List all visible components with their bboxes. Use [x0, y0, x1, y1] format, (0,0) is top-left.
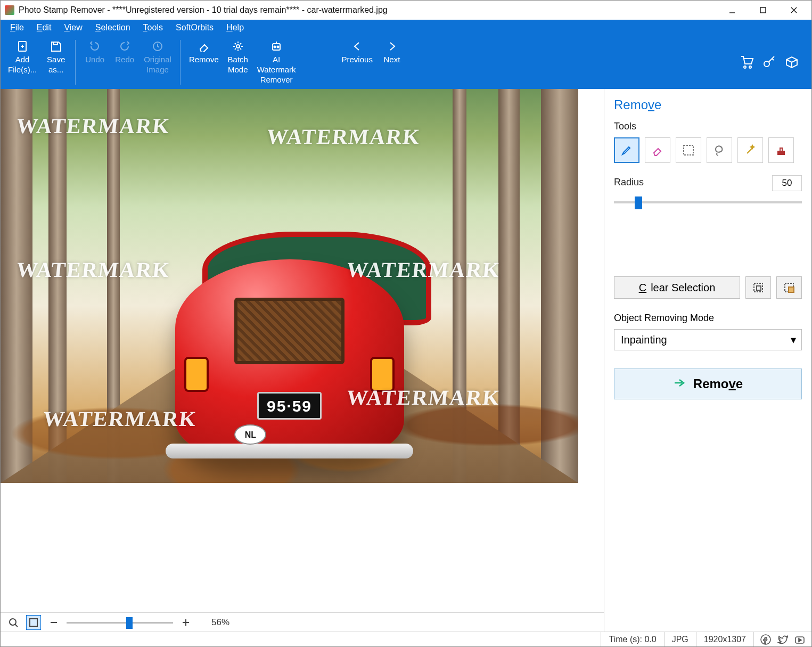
menu-view[interactable]: View — [59, 21, 87, 34]
twitter-icon[interactable] — [777, 634, 788, 645]
menu-help[interactable]: Help — [221, 21, 249, 34]
panel-title: Remove — [614, 97, 802, 112]
chevron-down-icon: ▾ — [791, 333, 796, 346]
svg-point-9 — [236, 45, 240, 48]
history-icon — [151, 40, 164, 53]
load-selection-button[interactable] — [776, 276, 802, 299]
add-file-icon — [16, 40, 29, 53]
watermark-text: WATERMARK — [346, 259, 502, 281]
svg-line-18 — [15, 624, 18, 627]
key-icon[interactable] — [762, 55, 776, 69]
zoom-fit-button[interactable] — [26, 615, 41, 630]
zoom-in-button[interactable] — [178, 615, 193, 630]
menu-edit[interactable]: Edit — [31, 21, 57, 34]
zoom-percent: 56% — [211, 617, 229, 628]
titlebar: Photo Stamp Remover - ****Unregistered v… — [1, 1, 811, 20]
minimize-button[interactable] — [717, 1, 748, 20]
watermark-text: WATERMARK — [15, 259, 171, 281]
cart-icon[interactable] — [740, 55, 754, 69]
radius-input[interactable] — [772, 175, 802, 191]
watermark-text: WATERMARK — [42, 408, 198, 430]
tool-lasso[interactable] — [707, 137, 732, 163]
arrow-right-icon — [673, 378, 686, 390]
menu-file[interactable]: File — [5, 21, 29, 34]
previous-button[interactable]: Previous — [338, 37, 377, 68]
undo-button: Undo — [80, 37, 110, 68]
eraser-icon — [198, 40, 210, 53]
svg-marker-30 — [799, 638, 801, 642]
radius-slider[interactable] — [614, 196, 802, 207]
status-format: JPG — [664, 632, 696, 646]
svg-point-14 — [744, 66, 746, 68]
svg-rect-23 — [684, 145, 693, 155]
ribbon-toolbar: AddFile(s)... Saveas... Undo Redo Origin… — [1, 36, 811, 89]
svg-point-12 — [277, 46, 279, 48]
mode-label: Object Removing Mode — [614, 313, 802, 324]
image-canvas[interactable]: 95·59 NL WATERMARK WATERMARK WATERMARK W… — [1, 89, 604, 612]
mode-dropdown[interactable]: Inpainting ▾ — [614, 329, 802, 350]
redo-button: Redo — [110, 37, 140, 68]
save-as-button[interactable]: Saveas... — [41, 37, 71, 78]
add-files-button[interactable]: AddFile(s)... — [4, 37, 41, 78]
watermark-text: WATERMARK — [15, 116, 171, 137]
svg-rect-19 — [30, 619, 37, 626]
facebook-icon[interactable] — [760, 634, 771, 645]
tool-eraser[interactable] — [645, 137, 670, 163]
photo-content: 95·59 NL WATERMARK WATERMARK WATERMARK W… — [1, 89, 578, 483]
close-button[interactable] — [778, 1, 809, 20]
ai-watermark-remover-button[interactable]: AIWatermarkRemover — [253, 37, 300, 88]
arrow-left-icon — [351, 40, 364, 53]
tool-rect-select[interactable] — [676, 137, 701, 163]
svg-rect-1 — [760, 7, 766, 13]
watermark-text: WATERMARK — [266, 126, 422, 148]
menu-softorbits[interactable]: SoftOrbits — [170, 21, 219, 34]
undo-icon — [88, 40, 101, 53]
window-title: Photo Stamp Remover - ****Unregistered v… — [19, 5, 717, 15]
radius-label: Radius — [614, 177, 644, 188]
tool-clone-stamp[interactable] — [768, 137, 794, 163]
status-dimensions: 1920x1307 — [696, 632, 753, 646]
tool-marker[interactable] — [614, 137, 639, 163]
gear-icon — [232, 40, 244, 53]
save-icon — [50, 40, 62, 53]
clear-selection-button[interactable]: Clear Selection — [614, 276, 740, 299]
svg-point-16 — [764, 61, 769, 67]
svg-rect-7 — [53, 42, 58, 45]
menu-file-label: ile — [15, 23, 24, 32]
license-plate: 95·59 — [257, 392, 321, 420]
remove-action-button[interactable]: Remove — [614, 368, 802, 399]
youtube-icon[interactable] — [794, 634, 805, 645]
package-icon[interactable] — [785, 55, 799, 69]
tool-magic-wand[interactable] — [737, 137, 763, 163]
zoom-slider[interactable] — [67, 617, 173, 628]
svg-rect-24 — [778, 151, 784, 154]
svg-point-11 — [274, 46, 276, 48]
status-bar: Time (s): 0.0 JPG 1920x1307 — [1, 632, 811, 646]
svg-point-15 — [749, 66, 751, 68]
side-panel: Remove Tools Radius Clear Selection — [604, 89, 811, 632]
original-image-button: OriginalImage — [140, 37, 176, 78]
redo-icon — [118, 40, 131, 53]
menubar: File Edit View Selection Tools SoftOrbit… — [1, 20, 811, 36]
tools-label: Tools — [614, 121, 802, 132]
arrow-right-icon — [386, 40, 398, 53]
status-time: Time (s): 0.0 — [601, 632, 663, 646]
save-selection-button[interactable] — [745, 276, 771, 299]
zoom-bar: 56% — [1, 612, 604, 632]
mode-value: Inpainting — [621, 334, 667, 346]
menu-selection[interactable]: Selection — [90, 21, 136, 34]
zoom-out-button[interactable] — [46, 615, 61, 630]
watermark-text: WATERMARK — [346, 387, 502, 408]
remove-ribbon-button[interactable]: Remove — [185, 37, 223, 68]
next-button[interactable]: Next — [377, 37, 407, 68]
zoom-actual-button[interactable] — [6, 615, 21, 630]
robot-icon — [270, 40, 283, 53]
app-icon — [5, 5, 14, 15]
menu-tools[interactable]: Tools — [138, 21, 168, 34]
country-oval: NL — [234, 424, 266, 445]
maximize-button[interactable] — [748, 1, 778, 20]
batch-mode-button[interactable]: BatchMode — [223, 37, 253, 78]
svg-rect-27 — [789, 287, 794, 292]
